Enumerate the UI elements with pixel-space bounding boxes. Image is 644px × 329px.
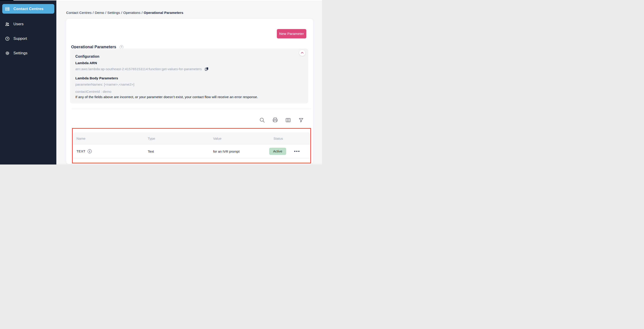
body-parameter-names: parameterNames: [<name>,<name2>] <box>75 82 134 86</box>
breadcrumb-segment[interactable]: Operations <box>123 11 140 14</box>
parameter-value: for an IVR prompt <box>213 149 240 153</box>
sidebar-item-label: Support <box>14 36 27 41</box>
operational-parameters-card: Operational Parameters ? To use operatio… <box>66 19 313 164</box>
configuration-title: Configuration <box>75 54 99 58</box>
sidebar-item-label: Contact Centres <box>14 7 44 11</box>
search-icon <box>259 120 265 124</box>
sidebar-item-label: Settings <box>14 51 28 55</box>
table-toolbar <box>259 117 304 123</box>
copy-icon[interactable] <box>204 67 209 71</box>
row-actions-button[interactable] <box>294 149 300 153</box>
breadcrumb-separator: / <box>105 11 106 14</box>
columns-icon <box>285 120 291 124</box>
window-top-edge <box>0 0 322 0</box>
sidebar-item-settings[interactable]: Settings <box>2 49 54 58</box>
app-window: Contact Centres Users ? Support <box>0 0 322 164</box>
collapse-configuration-button[interactable] <box>299 50 305 56</box>
sidebar-item-support[interactable]: ? Support <box>2 34 54 43</box>
ellipsis-icon <box>294 151 296 152</box>
sidebar-item-contact-centres[interactable]: Contact Centres <box>2 4 54 14</box>
column-header-name: Name <box>76 136 86 140</box>
configuration-warning: If any of the fields above are incorrect… <box>75 95 258 99</box>
server-icon <box>5 6 10 11</box>
print-button[interactable] <box>272 117 278 123</box>
breadcrumb-segment[interactable]: Settings <box>107 11 120 14</box>
parameters-table-highlight: Name Type Value Status TEXT i Text for a… <box>72 128 311 163</box>
parameter-type: Text <box>148 149 154 153</box>
status-badge: Active <box>269 148 286 155</box>
breadcrumb-separator: / <box>121 11 122 14</box>
ellipsis-icon <box>296 151 298 152</box>
column-header-value: Value <box>213 136 222 140</box>
breadcrumb-current: Operational Parameters <box>144 11 183 14</box>
lambda-arn-value: arn:aws:lambda:ap-southeast-2:4157651531… <box>75 67 202 71</box>
section-divider <box>72 109 311 109</box>
new-parameter-button[interactable]: New Parameter <box>277 29 306 38</box>
filter-icon <box>298 120 304 124</box>
info-icon[interactable]: i <box>88 149 92 153</box>
svg-text:?: ? <box>7 37 8 40</box>
breadcrumb-segment[interactable]: Contact Centres <box>66 11 92 14</box>
table-header-row: Name Type Value Status <box>73 132 310 144</box>
parameter-name: TEXT <box>76 149 86 153</box>
chevron-up-icon <box>300 51 304 55</box>
breadcrumb-separator: / <box>93 11 94 14</box>
columns-button[interactable] <box>285 117 291 123</box>
lambda-body-label: Lambda Body Parameters <box>75 76 118 80</box>
breadcrumb-segment[interactable]: Demo <box>95 11 104 14</box>
ellipsis-icon <box>298 151 300 152</box>
table-row[interactable]: TEXT i Text for an IVR prompt Active <box>73 144 310 158</box>
printer-icon <box>272 120 278 124</box>
configuration-panel: Configuration Lambda ARN arn:aws:lambda:… <box>70 48 308 103</box>
search-button[interactable] <box>259 117 265 123</box>
users-icon <box>5 22 10 26</box>
column-header-type: Type <box>148 136 155 140</box>
window-top-edge-dark <box>0 0 14 1</box>
lambda-arn-label: Lambda ARN <box>75 61 97 65</box>
gear-icon <box>5 51 10 56</box>
breadcrumb-separator: / <box>142 11 142 14</box>
breadcrumb: Contact Centres/Demo/Settings/Operations… <box>66 11 183 15</box>
sidebar-item-users[interactable]: Users <box>2 20 54 29</box>
column-header-status: Status <box>274 136 283 140</box>
body-parameter-contact-centre-id: contactCentreId : demo <box>75 90 111 94</box>
filter-button[interactable] <box>298 117 304 123</box>
sidebar: Contact Centres Users ? Support <box>0 0 56 164</box>
help-circle-icon: ? <box>5 36 10 41</box>
sidebar-item-label: Users <box>14 22 24 26</box>
